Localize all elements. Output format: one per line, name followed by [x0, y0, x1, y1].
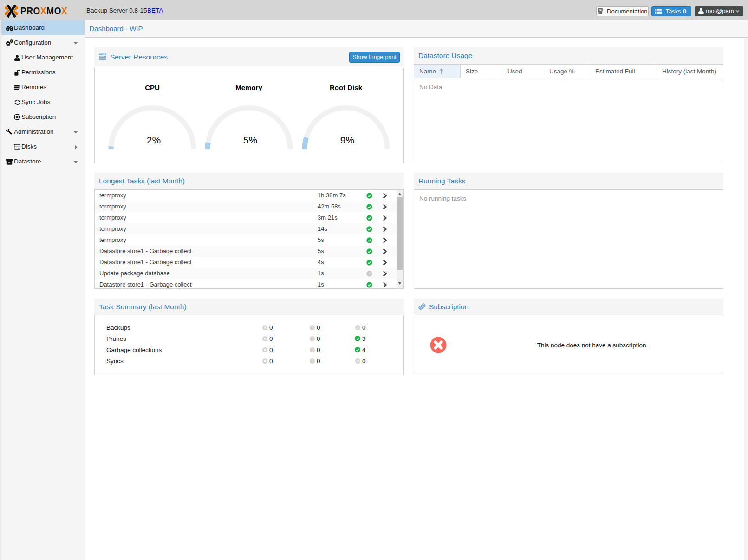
svg-text:?: ?: [368, 272, 371, 276]
